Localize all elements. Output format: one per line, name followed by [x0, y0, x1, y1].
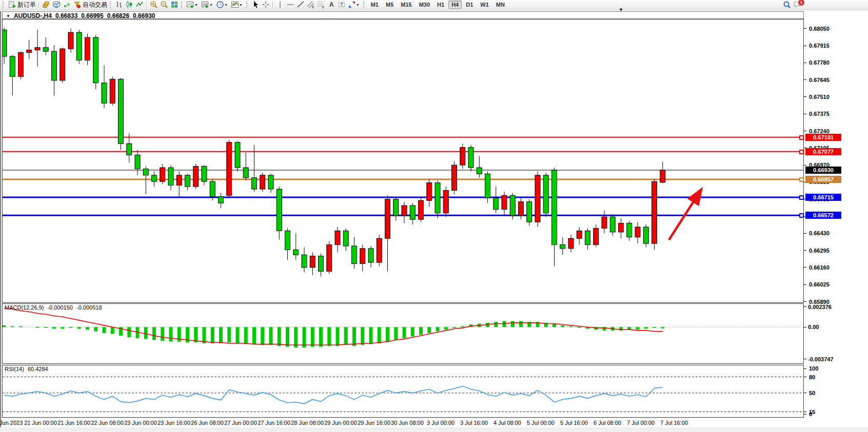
new-order-button[interactable]: 新订单	[7, 1, 37, 9]
rsi-canvas[interactable]	[3, 365, 803, 417]
notifications-button[interactable]: 1	[792, 1, 805, 9]
time-label: 28 Jun 08:00	[291, 420, 324, 426]
candle	[377, 238, 382, 262]
low-value: 0.66826	[107, 12, 129, 19]
rsi-tick: 0	[809, 410, 812, 418]
candle	[252, 178, 257, 189]
time-label: 20 Jun 2023	[0, 420, 23, 426]
periods-button[interactable]: ▼	[215, 1, 230, 9]
trendline-tool-button[interactable]	[295, 1, 306, 9]
candle	[35, 48, 40, 50]
price-label-0.67191[interactable]: 0.67191	[805, 134, 841, 141]
timeframe-button-M5[interactable]: M5	[383, 1, 397, 9]
price-tick: 0.66295	[809, 247, 830, 254]
horizontal-line-tool-button[interactable]	[285, 1, 295, 9]
candle	[519, 202, 524, 216]
text-tool-button[interactable]: A	[326, 1, 337, 9]
time-label: 7 Jul 16:00	[660, 420, 688, 426]
zoom-in-button[interactable]	[149, 1, 159, 9]
candle	[93, 37, 98, 83]
price-label-0.66930[interactable]: 0.66930	[805, 167, 841, 174]
arrows-tool-button[interactable]: ▼	[347, 1, 362, 9]
timeframe-button-MN[interactable]: MN	[493, 1, 508, 9]
price-tick: 0.66430	[809, 230, 830, 237]
price-label-0.67077[interactable]: 0.67077	[805, 148, 841, 155]
line-chart-mode-button[interactable]	[134, 1, 145, 9]
templates-button[interactable]: ▼	[230, 1, 245, 9]
vertical-line-tool-button[interactable]	[275, 1, 285, 9]
chevron-down-icon[interactable]: ▼	[6, 14, 10, 18]
toolbar-grip[interactable]	[246, 2, 249, 8]
zoom-out-button[interactable]	[159, 1, 169, 9]
timeframe-button-D1[interactable]: D1	[463, 1, 476, 9]
toolbar-grip[interactable]	[3, 2, 5, 8]
hline-anchor	[799, 177, 804, 182]
time-label: 27 Jun 16:00	[258, 420, 290, 426]
timeframe-button-M1[interactable]: M1	[368, 1, 382, 9]
price-tick: 0.66160	[809, 264, 830, 271]
autotrade-button[interactable]: 自动交易	[72, 1, 108, 9]
crosshair-icon	[262, 1, 270, 9]
indicators-button[interactable]: ▼	[200, 1, 215, 9]
price-tick: 0.67915	[809, 42, 830, 49]
clock-icon	[216, 1, 224, 9]
candle	[652, 181, 657, 243]
time-label: 29 Jun 00:00	[324, 420, 357, 426]
equidistant-channel-tool-button[interactable]: E	[306, 1, 316, 9]
candle	[168, 168, 173, 186]
dropdown-caret-icon: ▼	[209, 3, 213, 7]
candle	[510, 195, 515, 215]
timeframe-button-M15[interactable]: M15	[398, 1, 415, 9]
new-chart-button[interactable]: ▼	[185, 1, 200, 9]
symbol-timeframe-label: AUDUSD-,H4	[14, 12, 52, 19]
terminal-button[interactable]	[51, 1, 62, 9]
candle	[335, 231, 340, 244]
text-label-tool-button[interactable]: T	[337, 1, 347, 9]
price-label-0.66715[interactable]: 0.66715	[805, 194, 841, 201]
signal-icon	[63, 1, 71, 9]
dropdown-caret-icon: ▼	[239, 3, 243, 7]
quotes-button[interactable]	[41, 1, 51, 9]
high-value: 0.66995	[81, 12, 103, 19]
time-label: 5 Jul 16:00	[560, 420, 588, 426]
toolbar-grip[interactable]	[110, 2, 112, 8]
price-label-0.66857[interactable]: 0.66857	[805, 176, 841, 183]
tile-windows-button[interactable]	[169, 1, 180, 9]
macd-canvas[interactable]	[3, 304, 803, 363]
candle	[319, 256, 324, 272]
svg-text:F: F	[322, 6, 324, 9]
crosshair-tool-button[interactable]	[261, 1, 271, 9]
timeframe-button-M30[interactable]: M30	[416, 1, 433, 9]
time-label: 27 Jun 00:00	[224, 420, 257, 426]
arrow-objects-icon	[348, 1, 356, 9]
signal-button[interactable]	[62, 1, 72, 9]
timeframe-button-H1[interactable]: H1	[434, 1, 447, 9]
trend-arrow[interactable]	[669, 193, 699, 240]
timeframe-toolbar: M1M5M15M30H1H4D1W1MN	[367, 1, 508, 9]
toolbar-separator	[272, 2, 273, 8]
candle	[293, 250, 299, 255]
cursor-tool-button[interactable]	[250, 1, 261, 9]
fibonacci-tool-button[interactable]: F	[316, 1, 326, 9]
main-chart-canvas[interactable]	[3, 19, 803, 302]
search-button[interactable]	[782, 1, 792, 9]
candlestick-mode-button[interactable]	[124, 1, 134, 9]
chart-shift-marker-icon[interactable]: ▼	[619, 7, 623, 12]
timeframe-button-H4[interactable]: H4	[448, 1, 462, 9]
bar-chart-mode-button[interactable]	[114, 1, 124, 9]
timeframe-button-W1[interactable]: W1	[477, 1, 492, 9]
candle	[27, 50, 32, 53]
candle	[193, 167, 199, 187]
toolbar-grip[interactable]	[181, 2, 184, 8]
candle	[435, 183, 440, 213]
toolbar-grip[interactable]	[363, 2, 366, 8]
bar-chart-icon	[115, 1, 123, 9]
candle	[560, 245, 565, 249]
price-label-0.66572[interactable]: 0.66572	[805, 212, 841, 219]
macd-name: MACD(12,26,9)	[5, 304, 44, 311]
candle	[52, 51, 57, 80]
candle	[10, 56, 15, 76]
rsi-tick: 100	[809, 365, 818, 372]
candle	[277, 189, 282, 231]
candle	[552, 170, 557, 245]
